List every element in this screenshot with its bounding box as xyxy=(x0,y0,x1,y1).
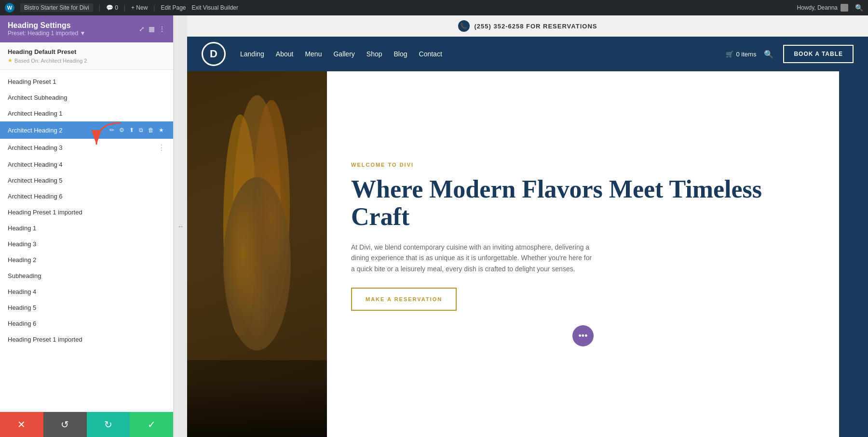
howdy-label: Howdy, Deanna 🔍 xyxy=(797,4,864,12)
maximize-icon[interactable]: ⤢ xyxy=(139,25,145,33)
list-item-architect-heading-2[interactable]: Architect Heading 2 ✏ ⚙ ⬆ ⧉ 🗑 ★ xyxy=(0,121,173,139)
nav-bar: D Landing About Menu Gallery Shop Blog C… xyxy=(187,37,868,71)
content-area: 📞 (255) 352-6258 FOR RESERVATIONS D Land… xyxy=(187,15,868,437)
list-item[interactable]: Heading Preset 1 imported xyxy=(0,331,173,347)
redo-button[interactable]: ↻ xyxy=(87,412,130,437)
chevron-down-icon: ▼ xyxy=(80,30,85,37)
list-item[interactable]: Architect Heading 4 xyxy=(0,157,173,172)
hero-food-image xyxy=(187,71,327,437)
hero-body-text: At Divi, we blend contemporary cuisine w… xyxy=(351,242,592,274)
separator3: | xyxy=(153,4,155,11)
search-icon[interactable]: 🔍 xyxy=(764,50,773,59)
default-preset-name: Heading Default Preset xyxy=(8,48,165,55)
nav-link-landing[interactable]: Landing xyxy=(240,50,264,58)
separator: | xyxy=(99,4,100,11)
cart-count: 0 items xyxy=(736,51,757,58)
svg-rect-6 xyxy=(187,360,327,437)
star-favorite-icon[interactable]: ★ xyxy=(157,126,165,134)
based-on-label: ★ Based On: Architect Heading 2 xyxy=(8,57,165,64)
exit-visual-builder-link[interactable]: Exit Visual Builder xyxy=(192,4,239,11)
redo-icon: ↻ xyxy=(104,419,112,430)
list-item[interactable]: Architect Heading 6 xyxy=(0,188,173,204)
site-logo[interactable]: D xyxy=(202,42,226,66)
main-layout: Heading Settings Preset: Heading 1 impor… xyxy=(0,15,868,437)
phone-number: (255) 352-6258 FOR RESERVATIONS xyxy=(475,23,597,30)
list-item[interactable]: Heading 4 xyxy=(0,284,173,300)
preset-list: Heading Preset 1 Architect Subheading Ar… xyxy=(0,70,173,412)
sidebar-title: Heading Settings xyxy=(8,21,85,30)
user-avatar xyxy=(841,4,848,12)
list-item[interactable]: Architect Subheading xyxy=(0,90,173,106)
item-action-icons: ✏ ⚙ ⬆ ⧉ 🗑 ★ xyxy=(108,126,165,134)
nav-link-contact[interactable]: Contact xyxy=(419,50,442,58)
nav-link-shop[interactable]: Shop xyxy=(366,50,382,58)
undo-button[interactable]: ↺ xyxy=(43,412,87,437)
list-item[interactable]: Heading 3 xyxy=(0,236,173,252)
list-item[interactable]: Heading 5 xyxy=(0,300,173,316)
delete-icon[interactable]: 🗑 xyxy=(147,126,155,134)
drag-icon: ↔ xyxy=(177,223,184,230)
sidebar-title-area: Heading Settings Preset: Heading 1 impor… xyxy=(8,21,85,37)
nav-links: Landing About Menu Gallery Shop Blog Con… xyxy=(240,50,726,58)
preset-label[interactable]: Preset: Heading 1 imported ▼ xyxy=(8,30,85,37)
settings-icon[interactable]: ⚙ xyxy=(118,126,126,134)
nav-link-gallery[interactable]: Gallery xyxy=(333,50,354,58)
resize-handle[interactable]: ↔ xyxy=(174,15,187,437)
cart-icon: 🛒 xyxy=(726,51,733,58)
phone-icon: 📞 xyxy=(458,20,470,32)
nav-link-about[interactable]: About xyxy=(276,50,294,58)
comments-count[interactable]: 💬 0 xyxy=(106,4,118,11)
nav-link-blog[interactable]: Blog xyxy=(394,50,407,58)
floating-menu-button[interactable]: ••• xyxy=(572,325,594,346)
nav-cart[interactable]: 🛒 0 items xyxy=(726,51,757,58)
upload-icon[interactable]: ⬆ xyxy=(128,126,136,134)
new-button[interactable]: + New xyxy=(131,4,148,11)
list-item[interactable]: Architect Heading 1 xyxy=(0,106,173,121)
edit-page-link[interactable]: Edit Page xyxy=(161,4,186,11)
wp-logo-icon[interactable]: W xyxy=(5,3,14,13)
sidebar-header: Heading Settings Preset: Heading 1 impor… xyxy=(0,15,173,42)
sidebar-header-icons: ⤢ ▦ ⋮ xyxy=(139,25,165,33)
nav-link-menu[interactable]: Menu xyxy=(305,50,322,58)
book-table-button[interactable]: BOOK A TABLE xyxy=(783,45,854,63)
list-item[interactable]: Subheading xyxy=(0,268,173,284)
default-preset-box: Heading Default Preset ★ Based On: Archi… xyxy=(0,42,173,70)
dots-area: ••• xyxy=(351,316,815,346)
sidebar-footer: ✕ ↺ ↻ ✓ xyxy=(0,412,173,437)
dots-icon: ••• xyxy=(579,331,588,341)
star-icon: ★ xyxy=(8,57,13,64)
duplicate-icon[interactable]: ⧉ xyxy=(137,126,145,134)
confirm-button[interactable]: ✓ xyxy=(130,412,173,437)
list-item[interactable]: Architect Heading 3 ⋮ xyxy=(0,139,173,157)
separator2: | xyxy=(124,4,125,11)
columns-icon[interactable]: ▦ xyxy=(149,25,155,33)
three-dots-icon[interactable]: ⋮ xyxy=(158,143,165,152)
site-name[interactable]: Bistro Starter Site for Divi xyxy=(20,3,93,12)
close-icon: ✕ xyxy=(17,419,26,430)
hero-right-background xyxy=(839,71,868,437)
list-item[interactable]: Heading 2 xyxy=(0,252,173,268)
cancel-button[interactable]: ✕ xyxy=(0,412,43,437)
list-item[interactable]: Heading Preset 1 imported xyxy=(0,204,173,220)
search-icon[interactable]: 🔍 xyxy=(855,4,863,12)
undo-icon: ↺ xyxy=(61,419,69,430)
top-bar: 📞 (255) 352-6258 FOR RESERVATIONS xyxy=(187,15,868,37)
list-item[interactable]: Heading 1 xyxy=(0,220,173,236)
hero-content: WELCOME TO DIVI Where Modern Flavors Mee… xyxy=(327,71,839,437)
checkmark-icon: ✓ xyxy=(148,419,156,430)
sidebar-panel: Heading Settings Preset: Heading 1 impor… xyxy=(0,15,174,437)
list-item[interactable]: Heading Preset 1 xyxy=(0,74,173,90)
hero-heading: Where Modern Flavors Meet Timeless Craft xyxy=(351,175,815,230)
edit-icon[interactable]: ✏ xyxy=(108,126,116,134)
svg-point-5 xyxy=(223,177,291,351)
list-item[interactable]: Architect Heading 5 xyxy=(0,172,173,188)
list-item[interactable]: Heading 6 xyxy=(0,316,173,331)
hero-section: WELCOME TO DIVI Where Modern Flavors Mee… xyxy=(187,71,868,437)
more-options-icon[interactable]: ⋮ xyxy=(159,25,165,33)
admin-bar: W Bistro Starter Site for Divi | 💬 0 | +… xyxy=(0,0,868,15)
make-reservation-button[interactable]: MAKE A RESERVATION xyxy=(351,288,457,311)
welcome-label: WELCOME TO DIVI xyxy=(351,162,815,168)
